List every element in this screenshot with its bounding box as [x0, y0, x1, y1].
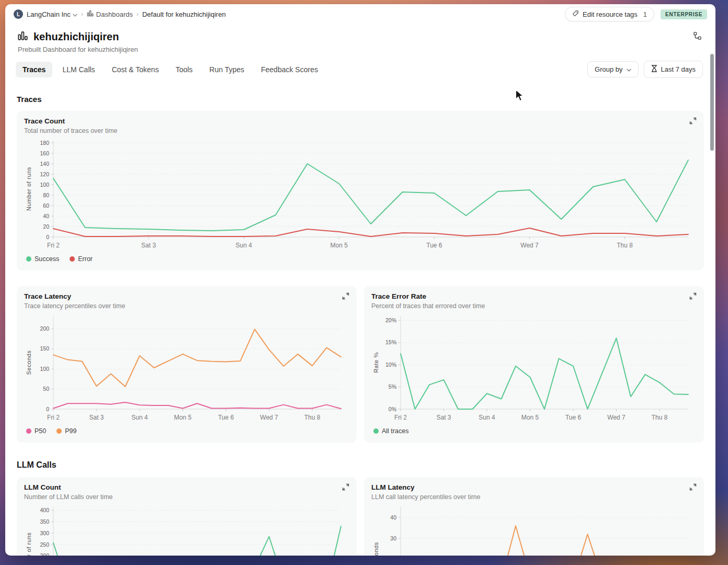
legend-label: P50 — [35, 427, 46, 435]
svg-text:400: 400 — [40, 507, 49, 513]
tabs: Traces LLM Calls Cost & Tokens Tools Run… — [16, 62, 325, 77]
svg-text:Thu 8: Thu 8 — [652, 414, 668, 421]
svg-text:300: 300 — [40, 530, 49, 536]
tab-run-types[interactable]: Run Types — [202, 62, 251, 77]
tab-traces[interactable]: Traces — [16, 62, 52, 77]
breadcrumb-dashboards-label: Dashboards — [96, 10, 133, 18]
app-window: L LangChain Inc › Dashboards › Default f… — [5, 4, 715, 556]
legend-dot — [373, 428, 379, 434]
svg-text:Sun 4: Sun 4 — [236, 242, 253, 249]
enterprise-badge: ENTERPRISE — [661, 9, 707, 19]
tab-llm-calls[interactable]: LLM Calls — [55, 62, 101, 77]
card-title: LLM Latency — [371, 483, 697, 491]
tab-feedback-scores[interactable]: Feedback Scores — [254, 62, 325, 77]
card-subtitle: Total number of traces over time — [24, 127, 697, 134]
range-controls: Group by Last 7 days — [587, 61, 703, 78]
svg-text:Seconds: Seconds — [373, 542, 379, 556]
tab-cost-tokens[interactable]: Cost & Tokens — [105, 62, 166, 77]
card-subtitle: Trace latency percentiles over time — [24, 302, 349, 310]
svg-text:Mon 5: Mon 5 — [331, 242, 348, 249]
svg-text:140: 140 — [40, 161, 49, 167]
svg-text:Mon 5: Mon 5 — [174, 414, 192, 421]
tag-icon — [572, 10, 579, 18]
svg-text:Wed 7: Wed 7 — [260, 414, 278, 421]
expand-icon[interactable] — [341, 482, 350, 493]
legend-label: Error — [78, 255, 93, 263]
hierarchy-icon-button[interactable] — [692, 30, 703, 43]
svg-text:40: 40 — [43, 213, 49, 219]
legend-dot — [70, 256, 75, 262]
tab-tools[interactable]: Tools — [169, 62, 200, 77]
svg-text:5%: 5% — [389, 383, 396, 390]
legend-item[interactable]: Error — [70, 255, 93, 263]
org-switcher[interactable]: LangChain Inc — [27, 10, 77, 18]
svg-text:Thu 8: Thu 8 — [304, 414, 321, 421]
svg-text:20%: 20% — [385, 317, 396, 323]
breadcrumb-dashboards[interactable]: Dashboards — [87, 10, 133, 18]
svg-text:80: 80 — [43, 192, 49, 198]
svg-text:30: 30 — [390, 535, 396, 541]
section-title-traces: Traces — [17, 95, 704, 104]
org-avatar[interactable]: L — [14, 9, 23, 19]
trace-count-card: Trace Count Total number of traces over … — [17, 111, 704, 270]
topbar-right: Edit resource tags 1 ENTERPRISE — [565, 7, 707, 21]
expand-icon[interactable] — [688, 482, 698, 493]
edit-resource-tags-label: Edit resource tags — [583, 10, 638, 18]
svg-text:Number of runs: Number of runs — [26, 167, 32, 211]
date-range-button[interactable]: Last 7 days — [644, 61, 703, 78]
svg-text:Fri 2: Fri 2 — [394, 414, 407, 421]
svg-text:50: 50 — [43, 386, 49, 392]
svg-text:200: 200 — [40, 552, 49, 556]
chevron-down-icon — [73, 10, 77, 18]
llm-count-card: LLM Count Number of LLM calls over time … — [17, 477, 357, 556]
trace-latency-chart: 050100150200Fri 2Sat 3Sun 4Mon 5Tue 6Wed… — [24, 312, 349, 423]
svg-text:Mon 5: Mon 5 — [521, 414, 539, 421]
legend-item[interactable]: P50 — [26, 427, 46, 435]
scrollbar-thumb[interactable] — [710, 54, 714, 151]
legend-label: Success — [35, 255, 59, 263]
group-by-label: Group by — [595, 65, 622, 73]
card-subtitle: Percent of traces that errored over time — [371, 302, 697, 310]
legend-dot — [26, 428, 31, 434]
svg-text:100: 100 — [40, 366, 49, 372]
trace-latency-legend: P50P99 — [26, 426, 349, 436]
svg-text:Tue 6: Tue 6 — [426, 242, 442, 249]
expand-icon[interactable] — [341, 291, 350, 302]
svg-text:Sun 4: Sun 4 — [131, 414, 148, 421]
breadcrumb-separator: › — [81, 10, 83, 18]
expand-icon[interactable] — [688, 291, 698, 302]
svg-text:20: 20 — [43, 223, 49, 230]
group-by-button[interactable]: Group by — [587, 61, 638, 77]
legend-label: All traces — [382, 427, 408, 435]
svg-text:Sun 4: Sun 4 — [479, 414, 495, 421]
edit-resource-tags-button[interactable]: Edit resource tags 1 — [565, 7, 654, 21]
trace-latency-card: Trace Latency Trace latency percentiles … — [17, 286, 357, 443]
legend-item[interactable]: All traces — [373, 427, 408, 435]
svg-text:250: 250 — [40, 541, 49, 548]
card-subtitle: Number of LLM calls over time — [24, 493, 349, 501]
tabs-row: Traces LLM Calls Cost & Tokens Tools Run… — [5, 56, 715, 82]
svg-text:0%: 0% — [389, 406, 396, 412]
svg-text:Fri 2: Fri 2 — [47, 414, 60, 421]
card-title: Trace Count — [24, 117, 697, 125]
trace-error-rate-chart: 0%5%10%15%20%Fri 2Sat 3Sun 4Mon 5Tue 6We… — [371, 312, 697, 423]
svg-text:40: 40 — [390, 514, 396, 521]
legend-item[interactable]: Success — [26, 255, 59, 263]
llm-latency-chart: 010203040Fri 2Sat 3Sun 4Mon 5Tue 6Wed 7T… — [371, 503, 697, 556]
breadcrumb-current-page[interactable]: Default for kehuzhichijiqiren — [142, 10, 226, 18]
date-range-label: Last 7 days — [661, 65, 696, 73]
legend-item[interactable]: P99 — [56, 427, 76, 435]
svg-text:Number of runs: Number of runs — [26, 532, 32, 556]
hierarchy-icon — [693, 31, 702, 42]
dashboard-content: Traces Trace Count Total number of trace… — [5, 82, 715, 556]
svg-text:0: 0 — [46, 406, 49, 412]
expand-icon[interactable] — [688, 116, 698, 127]
svg-text:0: 0 — [46, 234, 49, 240]
traces-row-2: Trace Latency Trace latency percentiles … — [17, 286, 704, 443]
svg-text:120: 120 — [40, 171, 49, 177]
svg-text:150: 150 — [40, 345, 49, 352]
svg-text:350: 350 — [40, 518, 49, 525]
page-subtitle: Prebuilt Dashboard for kehuzhichijiqiren — [5, 43, 715, 56]
llm-count-chart: 050100150200250300350400Fri 2Sat 3Sun 4M… — [24, 503, 349, 556]
svg-text:Thu 8: Thu 8 — [617, 242, 633, 249]
